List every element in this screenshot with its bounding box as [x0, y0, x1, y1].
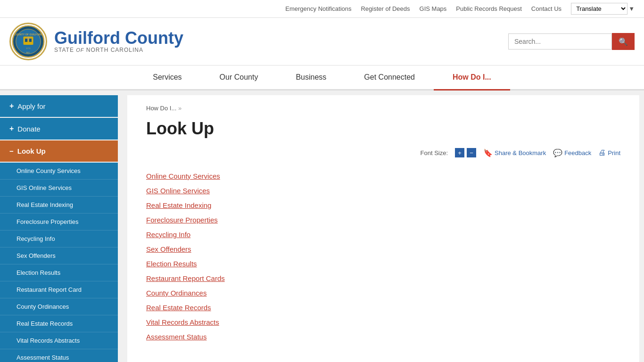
- font-size-label: Font Size:: [421, 149, 448, 156]
- link-county-ordinances[interactable]: County Ordinances: [146, 286, 620, 300]
- sidebar: + Apply for + Donate − Look Up Online Co…: [0, 90, 118, 362]
- nav-services[interactable]: Services: [134, 66, 200, 90]
- logo-area: COUNTY OF GUILFORD 1771 N.C. Guilford Co…: [9, 23, 183, 60]
- sidebar-item-donate[interactable]: + Donate: [0, 118, 118, 140]
- nav-our-county[interactable]: Our County: [201, 66, 277, 90]
- sidebar-lookup-label: Look Up: [17, 147, 46, 155]
- svg-text:1771: 1771: [26, 47, 31, 49]
- link-online-county-services[interactable]: Online County Services: [146, 169, 620, 183]
- search-input[interactable]: [508, 33, 612, 49]
- header: COUNTY OF GUILFORD 1771 N.C. Guilford Co…: [0, 18, 644, 66]
- county-seal: COUNTY OF GUILFORD 1771 N.C.: [9, 23, 47, 60]
- breadcrumb-parent[interactable]: How Do I...: [146, 105, 176, 112]
- minus-icon-lookup: −: [9, 147, 14, 155]
- contact-us-link[interactable]: Contact Us: [531, 5, 561, 12]
- breadcrumb: How Do I... »: [146, 105, 620, 112]
- feedback-label: Feedback: [564, 149, 591, 156]
- public-records-request-link[interactable]: Public Records Request: [456, 5, 521, 12]
- nav-business[interactable]: Business: [277, 66, 345, 90]
- sidebar-donate-label: Donate: [17, 125, 40, 133]
- emergency-notifications-link[interactable]: Emergency Notifications: [285, 5, 351, 12]
- svg-rect-5: [29, 39, 32, 42]
- sidebar-sub-label-5: Sex Offenders: [17, 252, 56, 259]
- search-area: 🔍: [508, 33, 635, 50]
- sidebar-sub-real-estate-records[interactable]: Real Estate Records: [0, 315, 118, 332]
- sidebar-sub-recycling[interactable]: Recycling Info: [0, 230, 118, 247]
- share-label: Share & Bookmark: [495, 149, 546, 156]
- link-sex-offenders[interactable]: Sex Offenders: [146, 242, 620, 256]
- sidebar-sub-assessment-status[interactable]: Assessment Status: [0, 349, 118, 362]
- feedback-icon: 💬: [553, 148, 562, 157]
- print-button[interactable]: 🖨 Print: [598, 148, 620, 157]
- sidebar-sub-label-2: Real Estate Indexing: [17, 201, 73, 208]
- search-button[interactable]: 🔍: [612, 33, 635, 50]
- sidebar-apply-label: Apply for: [17, 102, 45, 110]
- font-size-controls: + −: [455, 148, 476, 157]
- state-label: STATE of NORTH CAROLINA: [54, 47, 183, 53]
- main-nav: Services Our County Business Get Connect…: [0, 66, 644, 90]
- svg-text:N.C.: N.C.: [26, 51, 31, 54]
- sidebar-sub-label-11: Assessment Status: [17, 354, 69, 361]
- sidebar-sub-label-8: County Ordinances: [17, 303, 69, 310]
- top-bar: Emergency Notifications Register of Deed…: [0, 0, 644, 18]
- sidebar-sub-label-1: GIS Online Services: [17, 184, 72, 191]
- gis-maps-link[interactable]: GIS Maps: [420, 5, 447, 12]
- main-content: How Do I... » Look Up Font Size: + − 🔖 S…: [127, 95, 639, 362]
- link-restaurant-report-cards[interactable]: Restaurant Report Cards: [146, 272, 620, 285]
- translate-select[interactable]: Translate: [571, 3, 627, 15]
- sidebar-sub-label-3: Foreclosure Properties: [17, 218, 79, 225]
- nav-get-connected[interactable]: Get Connected: [345, 66, 434, 90]
- link-vital-records-abstracts[interactable]: Vital Records Abstracts: [146, 315, 620, 329]
- font-increase-button[interactable]: +: [455, 148, 464, 157]
- sidebar-sub-real-estate-indexing[interactable]: Real Estate Indexing: [0, 197, 118, 214]
- sidebar-sub-label-4: Recycling Info: [17, 235, 55, 242]
- sidebar-item-apply-for[interactable]: + Apply for: [0, 95, 118, 117]
- page-body: + Apply for + Donate − Look Up Online Co…: [0, 90, 644, 362]
- sidebar-sub-gis-online[interactable]: GIS Online Services: [0, 180, 118, 197]
- plus-icon-apply: +: [9, 102, 14, 110]
- link-foreclosure-properties[interactable]: Foreclosure Properties: [146, 213, 620, 227]
- link-recycling-info[interactable]: Recycling Info: [146, 228, 620, 241]
- site-title: Guilford County STATE of NORTH CAROLINA: [54, 30, 183, 53]
- sidebar-sub-online-county[interactable]: Online County Services: [0, 163, 118, 180]
- link-assessment-status[interactable]: Assessment Status: [146, 330, 620, 344]
- sidebar-sub-county-ordinances[interactable]: County Ordinances: [0, 298, 118, 315]
- page-title: Look Up: [146, 119, 620, 139]
- toolbar: Font Size: + − 🔖 Share & Bookmark 💬 Feed…: [146, 148, 620, 157]
- sidebar-item-look-up[interactable]: − Look Up: [0, 140, 118, 162]
- sidebar-sub-label-0: Online County Services: [17, 167, 81, 174]
- share-bookmark-button[interactable]: 🔖 Share & Bookmark: [483, 148, 546, 157]
- sidebar-sub-vital-records[interactable]: Vital Records Abstracts: [0, 332, 118, 349]
- sidebar-sub-sex-offenders[interactable]: Sex Offenders: [0, 247, 118, 264]
- print-label: Print: [608, 149, 620, 156]
- sidebar-sub-label-9: Real Estate Records: [17, 320, 73, 327]
- breadcrumb-separator: »: [178, 105, 182, 112]
- sidebar-sub-restaurant[interactable]: Restaurant Report Card: [0, 281, 118, 298]
- sidebar-sub-label-6: Election Results: [17, 269, 60, 276]
- content-links: Online County Services GIS Online Servic…: [146, 169, 620, 344]
- link-real-estate-records[interactable]: Real Estate Records: [146, 301, 620, 314]
- sidebar-sub-foreclosure[interactable]: Foreclosure Properties: [0, 214, 118, 230]
- register-of-deeds-link[interactable]: Register of Deeds: [361, 5, 410, 12]
- font-decrease-button[interactable]: −: [467, 148, 476, 157]
- share-icon: 🔖: [483, 148, 493, 157]
- link-gis-online-services[interactable]: GIS Online Services: [146, 184, 620, 197]
- county-name: Guilford County: [54, 30, 183, 47]
- plus-icon-donate: +: [9, 124, 14, 133]
- feedback-button[interactable]: 💬 Feedback: [553, 148, 591, 157]
- nav-how-do-i[interactable]: How Do I...: [434, 66, 510, 90]
- sidebar-sub-label-7: Restaurant Report Card: [17, 286, 82, 293]
- link-real-estate-indexing[interactable]: Real Estate Indexing: [146, 198, 620, 212]
- svg-rect-4: [25, 39, 27, 42]
- link-election-results[interactable]: Election Results: [146, 257, 620, 271]
- sidebar-sub-label-10: Vital Records Abstracts: [17, 337, 80, 344]
- svg-text:COUNTY OF GUILFORD: COUNTY OF GUILFORD: [14, 33, 42, 36]
- sidebar-sub-election-results[interactable]: Election Results: [0, 264, 118, 281]
- translate-chevron-icon: ▼: [628, 5, 635, 12]
- print-icon: 🖨: [598, 148, 606, 157]
